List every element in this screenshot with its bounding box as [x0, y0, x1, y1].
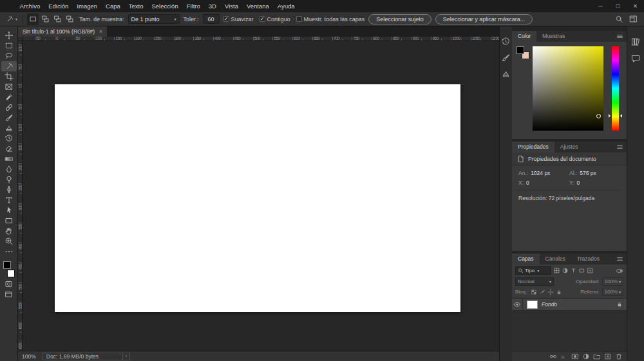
- tab-trazados[interactable]: Trazados: [571, 254, 605, 264]
- brushes-icon[interactable]: [501, 53, 511, 62]
- link-layers-icon[interactable]: [549, 353, 557, 360]
- layer-name[interactable]: Fondo: [542, 301, 616, 308]
- eraser-tool[interactable]: [1, 143, 17, 154]
- rectangular-marquee-tool[interactable]: [1, 41, 17, 51]
- tab-ajustes[interactable]: Ajustes: [554, 142, 584, 153]
- move-tool[interactable]: [1, 30, 17, 41]
- shape-filter-icon[interactable]: [578, 267, 585, 274]
- screen-mode-button[interactable]: [1, 289, 17, 299]
- history-brush-tool[interactable]: [1, 133, 17, 143]
- minimize-button[interactable]: ─: [592, 0, 609, 12]
- canvas[interactable]: [55, 84, 460, 312]
- menu-archivo[interactable]: Archivo: [15, 0, 44, 12]
- panel-menu-icon[interactable]: [613, 254, 627, 264]
- tab-capas[interactable]: Capas: [512, 254, 540, 264]
- field-value[interactable]: 1024 px: [531, 170, 550, 176]
- eyedropper-tool[interactable]: [1, 92, 17, 102]
- comments-icon[interactable]: [630, 53, 641, 64]
- document-tab[interactable]: Sin título-1 al 100% (RGB/8#) ×: [18, 26, 107, 37]
- magic-wand-tool[interactable]: [1, 61, 17, 71]
- layer-mask-icon[interactable]: [571, 353, 579, 360]
- brush-tool[interactable]: [1, 113, 17, 123]
- foreground-color-swatch[interactable]: [3, 261, 11, 269]
- checkbox-box[interactable]: ✓: [223, 16, 229, 22]
- layer-row[interactable]: Fondo: [512, 299, 627, 311]
- smart-object-filter-icon[interactable]: [587, 267, 594, 274]
- hue-slider-handle[interactable]: [618, 114, 622, 118]
- sample-size-select[interactable]: De 1 punto ▾: [128, 14, 180, 24]
- group-layers-icon[interactable]: [593, 353, 601, 360]
- new-selection-button[interactable]: [27, 14, 39, 25]
- property-field-x-[interactable]: X:0: [518, 180, 569, 186]
- layer-style-icon[interactable]: fx: [560, 353, 568, 360]
- zoom-level[interactable]: 100%: [18, 353, 42, 360]
- dodge-tool[interactable]: [1, 174, 17, 185]
- field-value[interactable]: 0: [577, 180, 580, 186]
- new-layer-icon[interactable]: [604, 353, 612, 360]
- tab-muestras[interactable]: Muestras: [536, 31, 571, 42]
- workspace-icon[interactable]: [629, 15, 638, 23]
- edit-toolbar-icon[interactable]: [1, 246, 17, 257]
- color-swatches[interactable]: [516, 46, 532, 62]
- lasso-tool[interactable]: [1, 51, 17, 61]
- close-button[interactable]: ×: [627, 0, 644, 12]
- blur-tool[interactable]: [1, 164, 17, 174]
- menu-3d[interactable]: 3D: [204, 0, 220, 12]
- blend-mode-select[interactable]: Normal ▾: [515, 277, 554, 286]
- tab-canales[interactable]: Canales: [540, 254, 571, 264]
- checkbox-box[interactable]: ✓: [260, 16, 265, 22]
- layer-thumbnail[interactable]: [527, 301, 538, 309]
- opacity-value[interactable]: 100% ▾: [602, 277, 623, 286]
- path-selection-tool[interactable]: [1, 205, 17, 216]
- menu-vista[interactable]: Vista: [220, 0, 242, 12]
- pen-tool[interactable]: [1, 185, 17, 195]
- type-tool[interactable]: [1, 195, 17, 205]
- libraries-icon[interactable]: [630, 37, 641, 47]
- tab-color[interactable]: Color: [512, 31, 536, 42]
- lock-pixels-icon[interactable]: [539, 289, 545, 295]
- rectangle-tool[interactable]: [1, 216, 17, 226]
- adjustment-layer-icon[interactable]: [582, 353, 590, 360]
- intersect-selection-button[interactable]: [64, 14, 75, 25]
- checkbox-box[interactable]: [296, 16, 302, 22]
- menu-filtro[interactable]: Filtro: [182, 0, 204, 12]
- search-icon[interactable]: [615, 15, 623, 23]
- menu-imagen[interactable]: Imagen: [73, 0, 102, 12]
- menu-edicion[interactable]: Edición: [44, 0, 73, 12]
- spot-healing-brush-tool[interactable]: [1, 102, 17, 113]
- frame-tool[interactable]: [1, 82, 17, 92]
- checkbox-suavizar[interactable]: ✓Suavizar: [223, 16, 254, 23]
- select-and-mask-button[interactable]: Seleccionar y aplicar máscara...: [435, 14, 533, 24]
- type-filter-icon[interactable]: [570, 267, 577, 274]
- property-field-an-[interactable]: An.:1024 px: [518, 170, 569, 176]
- field-value[interactable]: 576 px: [580, 170, 596, 176]
- lock-all-icon[interactable]: [556, 289, 562, 295]
- filter-kind-select[interactable]: Tipo ▾: [515, 266, 551, 275]
- fill-value[interactable]: 100% ▾: [602, 288, 623, 296]
- hue-slider[interactable]: [612, 46, 619, 131]
- checkbox-contiguo[interactable]: ✓Contiguo: [260, 16, 290, 23]
- field-value[interactable]: 0: [526, 180, 529, 186]
- add-selection-button[interactable]: [39, 14, 51, 25]
- gradient-tool[interactable]: [1, 154, 17, 164]
- foreground-color-swatch[interactable]: [516, 46, 524, 54]
- panel-menu-icon[interactable]: [613, 142, 627, 153]
- layer-visibility-toggle[interactable]: [512, 299, 523, 310]
- panel-menu-icon[interactable]: [613, 31, 627, 42]
- select-subject-button[interactable]: Seleccionar sujeto: [368, 14, 431, 24]
- delete-layer-icon[interactable]: [615, 353, 623, 360]
- tool-preset-picker[interactable]: ▾: [4, 15, 19, 23]
- adjustment-filter-icon[interactable]: [562, 267, 569, 274]
- maximize-button[interactable]: □: [609, 0, 627, 12]
- lock-position-icon[interactable]: [547, 289, 554, 295]
- clone-stamp-tool[interactable]: [1, 123, 17, 133]
- tolerance-input[interactable]: [203, 14, 220, 24]
- pixel-filter-icon[interactable]: [553, 267, 560, 274]
- tab-close-icon[interactable]: ×: [99, 28, 102, 35]
- color-marker[interactable]: [596, 114, 601, 118]
- property-field-y-[interactable]: Y:0: [569, 180, 620, 186]
- saturation-field[interactable]: [533, 46, 603, 131]
- foreground-background-colors[interactable]: [1, 260, 17, 279]
- menu-seleccion[interactable]: Selección: [147, 0, 182, 12]
- background-color-swatch[interactable]: [7, 270, 15, 277]
